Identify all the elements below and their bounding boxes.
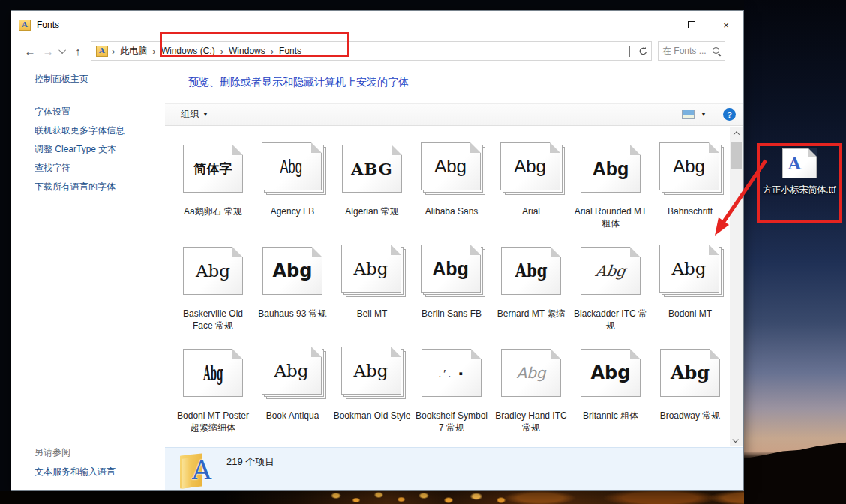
font-sample: ABG [351, 161, 392, 177]
font-file-icon: Abg [412, 239, 491, 302]
up-button[interactable]: ↑ [70, 42, 86, 60]
font-label: Bodoni MT [668, 308, 712, 320]
font-page-icon: Abg [421, 142, 481, 190]
breadcrumb-item[interactable]: Fonts [278, 46, 303, 56]
ttf-file-icon: A [782, 148, 817, 178]
scroll-down-button[interactable] [730, 434, 742, 446]
font-tile[interactable]: AbgAlibaba Sans [412, 137, 491, 239]
status-bar: A 219 个项目 [165, 447, 743, 490]
font-page-icon: Abg [660, 349, 720, 397]
font-file-icon: Abg [571, 137, 650, 200]
font-label: Bookshelf Symbol 7 常规 [413, 410, 490, 434]
title-bar[interactable]: A Fonts – × [11, 11, 743, 38]
font-file-icon: ABG [332, 137, 412, 200]
font-tile[interactable]: AbgBook Antiqua [253, 341, 332, 443]
sidebar-task-link[interactable]: 查找字符 [34, 162, 70, 175]
font-tile[interactable]: AbgBlackadder ITC 常规 [571, 239, 650, 341]
font-file-icon: Abg [571, 341, 650, 404]
maximize-button[interactable] [674, 11, 709, 38]
font-file-icon: Abg [491, 341, 571, 404]
recent-locations-button[interactable] [58, 42, 68, 60]
desktop-font-file[interactable]: A 方正小标宋简体.ttf [760, 148, 838, 196]
font-file-icon: Abg [173, 341, 253, 404]
breadcrumb-item[interactable]: Windows (C:) [160, 46, 217, 56]
font-file-icon: Abg [173, 239, 253, 302]
desktop-wallpaper-right [744, 0, 846, 504]
font-page-icon: Abg [183, 247, 243, 295]
breadcrumb-item[interactable]: 此电脑 [118, 45, 148, 58]
maximize-icon [688, 21, 695, 28]
font-tile[interactable]: AbgArial Rounded MT 粗体 [571, 137, 650, 239]
font-tile[interactable]: AbgBernard MT 紧缩 [491, 239, 571, 341]
help-button[interactable]: ? [723, 108, 736, 121]
sidebar-task-link[interactable]: 联机获取更多字体信息 [34, 124, 124, 137]
command-bar: 组织 ▼ ▼ ? [165, 103, 743, 126]
font-tile[interactable]: AbgBookman Old Style [332, 341, 412, 443]
close-button[interactable]: × [709, 11, 743, 38]
organize-button[interactable]: 组织 ▼ [181, 108, 208, 121]
font-sample: Abg [353, 260, 388, 278]
font-page-icon: Abg [659, 142, 719, 190]
font-tile[interactable]: 简体字Aa鹅卵石 常规 [173, 137, 253, 239]
breadcrumb-item[interactable]: Windows [227, 46, 267, 56]
font-tile[interactable]: AbgBerlin Sans FB [412, 239, 491, 341]
font-sample: 简体字 [194, 163, 232, 176]
sidebar-see-also-link[interactable]: 文本服务和输入语言 [34, 466, 116, 478]
back-button[interactable]: ← [22, 42, 38, 60]
search-box[interactable] [658, 41, 725, 61]
font-file-icon: Abg [332, 341, 412, 404]
address-bar[interactable]: A › 此电脑›Windows (C:)›Windows›Fonts [91, 41, 635, 61]
font-sample: Abg [592, 160, 629, 178]
font-tile[interactable]: AbgBaskerville Old Face 常规 [173, 239, 253, 341]
font-tile[interactable]: AbgBodoni MT Poster 超紧缩细体 [173, 341, 253, 443]
font-sample: Abg [196, 262, 230, 280]
address-dropdown-button[interactable] [629, 46, 630, 56]
font-sample: Abg [671, 260, 706, 278]
font-page-icon: 简体字 [183, 145, 243, 193]
font-tile[interactable]: AbgBahnschrift [650, 137, 729, 239]
minimize-icon: – [654, 20, 659, 31]
close-icon: × [723, 20, 729, 31]
font-tile[interactable]: .′. ▪Bookshelf Symbol 7 常规 [412, 341, 491, 443]
font-sample: .′. ▪ [438, 368, 465, 379]
font-tile[interactable]: AbgBradley Hand ITC 常规 [491, 341, 571, 443]
font-tile[interactable]: AbgArial [491, 137, 571, 239]
sidebar-item-control-panel-home[interactable]: 控制面板主页 [34, 73, 88, 86]
font-file-icon: .′. ▪ [412, 341, 491, 404]
scrollbar-thumb[interactable] [730, 142, 742, 170]
font-file-icon: Abg [253, 137, 332, 200]
search-input[interactable] [662, 46, 712, 56]
font-file-icon: Abg [253, 239, 332, 302]
font-tile[interactable]: AbgBritannic 粗体 [571, 341, 650, 443]
font-tile[interactable]: AbgBell MT [332, 239, 412, 341]
refresh-button[interactable] [635, 41, 652, 61]
font-page-icon: ABG [342, 145, 402, 193]
font-label: Arial [522, 206, 540, 218]
font-page-icon: Abg [580, 145, 640, 193]
chevron-up-icon [733, 131, 739, 137]
chevron-down-icon [58, 46, 66, 54]
change-view-icon[interactable] [682, 110, 694, 119]
font-file-icon: 简体字 [173, 137, 253, 200]
font-list-view: 简体字Aa鹅卵石 常规AbgAgency FBABGAlgerian 常规Abg… [165, 126, 729, 447]
sidebar-task-link[interactable]: 字体设置 [34, 106, 70, 118]
font-tile[interactable]: AbgBroadway 常规 [650, 341, 729, 443]
refresh-icon [638, 46, 648, 56]
breadcrumb: 此电脑›Windows (C:)›Windows›Fonts [118, 45, 303, 58]
minimize-button[interactable]: – [640, 11, 674, 38]
see-also-heading: 另请参阅 [34, 446, 70, 459]
view-dropdown-button[interactable]: ▼ [700, 111, 706, 118]
font-tile[interactable]: AbgAgency FB [253, 137, 332, 239]
vertical-scrollbar[interactable] [730, 128, 742, 446]
sidebar-task-link[interactable]: 调整 ClearType 文本 [34, 143, 116, 156]
forward-button[interactable]: → [40, 42, 56, 60]
scroll-up-button[interactable] [730, 128, 742, 140]
font-tile[interactable]: AbgBauhaus 93 常规 [253, 239, 332, 341]
font-sample: Abg [591, 364, 631, 382]
breadcrumb-separator: › [271, 46, 274, 57]
font-tile[interactable]: ABGAlgerian 常规 [332, 137, 412, 239]
font-page-icon: Abg [262, 346, 322, 394]
sidebar-task-link[interactable]: 下载所有语言的字体 [34, 181, 116, 194]
font-tile[interactable]: AbgBodoni MT [650, 239, 729, 341]
font-file-icon: Abg [650, 137, 729, 200]
